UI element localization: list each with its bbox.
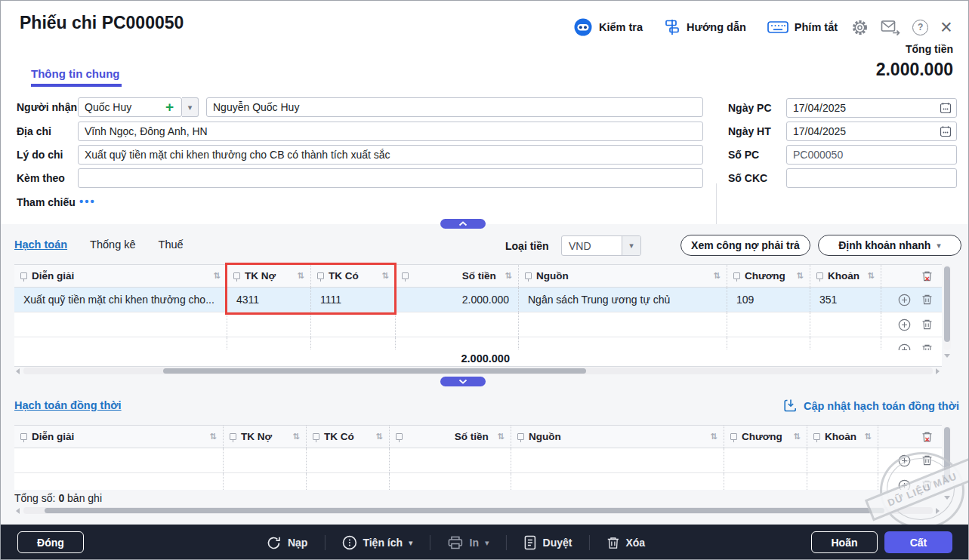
scrollbar-thumb[interactable]	[45, 508, 884, 513]
simultaneous-title-link[interactable]: Hạch toán đồng thời	[14, 399, 122, 411]
scroll-right-arrow[interactable]	[936, 368, 940, 374]
sort-icon[interactable]: ⇅	[505, 271, 512, 281]
print-button[interactable]: In ▾	[447, 535, 489, 550]
pin-icon[interactable]	[20, 272, 27, 279]
delete-all-rows-icon[interactable]: ×	[921, 270, 933, 282]
pin-icon[interactable]	[20, 433, 27, 440]
address-input[interactable]	[78, 122, 703, 141]
col-header-dien-giai[interactable]: Diễn giải⇅	[14, 265, 227, 287]
sort-icon[interactable]: ⇅	[797, 271, 804, 281]
calendar-icon[interactable]	[940, 102, 952, 117]
sort-icon[interactable]: ⇅	[711, 432, 717, 442]
add-row-icon[interactable]	[898, 294, 911, 306]
col-header-tk-co[interactable]: TK Có⇅	[311, 265, 396, 287]
vertical-scrollbar[interactable]	[943, 426, 951, 491]
pin-icon[interactable]	[230, 433, 236, 440]
col-header-so-tien[interactable]: Số tiền⇅	[396, 265, 519, 287]
reason-input[interactable]	[78, 145, 703, 165]
tab-thong-ke[interactable]: Thống kê	[90, 238, 135, 251]
delete-row-icon[interactable]	[921, 343, 933, 350]
vertical-scrollbar[interactable]	[943, 265, 951, 350]
delete-row-icon[interactable]	[921, 294, 933, 306]
settings-button[interactable]	[851, 19, 869, 36]
col-header-dien-giai[interactable]: Diễn giải⇅	[14, 426, 224, 448]
table-row[interactable]: Xuất quỹ tiền mặt chi khen thưởng cho...…	[14, 288, 942, 312]
send-mail-button[interactable]	[881, 19, 900, 35]
add-row-icon[interactable]	[898, 318, 911, 331]
cell-chuong[interactable]: 109	[727, 288, 810, 312]
currency-dropdown-button[interactable]: ▾	[622, 236, 640, 255]
pin-icon[interactable]	[730, 433, 737, 440]
cell-tk-co[interactable]: 1111	[311, 288, 396, 312]
sort-icon[interactable]: ⇅	[382, 271, 389, 281]
col-header-chuong[interactable]: Chương⇅	[724, 426, 807, 448]
col-header-tk-no[interactable]: TK Nợ⇅	[227, 265, 311, 287]
reload-button[interactable]: Nạp	[266, 535, 307, 551]
pin-icon[interactable]	[816, 272, 823, 279]
cell-so-tien[interactable]: 2.000.000	[396, 288, 519, 312]
scrollbar-thumb[interactable]	[944, 266, 950, 342]
delete-row-icon[interactable]	[921, 454, 933, 466]
delete-all-rows-icon[interactable]: ×	[921, 431, 933, 443]
pin-icon[interactable]	[396, 433, 403, 440]
scroll-down-arrow[interactable]	[944, 354, 950, 358]
col-header-khoan[interactable]: Khoản⇅	[810, 265, 881, 287]
pin-icon[interactable]	[517, 433, 524, 440]
delete-button[interactable]: Xóa	[606, 536, 645, 550]
sort-icon[interactable]: ⇅	[298, 271, 304, 281]
pin-icon[interactable]	[317, 272, 324, 279]
cell-dien-giai[interactable]: Xuất quỹ tiền mặt chi khen thưởng cho...	[14, 288, 227, 312]
col-header-so-tien[interactable]: Số tiền⇅	[390, 426, 511, 448]
close-button[interactable]: ×	[940, 20, 952, 35]
add-row-icon[interactable]	[898, 454, 911, 467]
help-button[interactable]: ?	[912, 20, 928, 35]
sort-icon[interactable]: ⇅	[376, 432, 383, 442]
calendar-icon[interactable]	[940, 125, 952, 140]
pin-icon[interactable]	[233, 272, 240, 279]
ckc-no-input[interactable]	[786, 168, 957, 188]
receiver-name-input[interactable]	[206, 97, 703, 117]
add-receiver-icon[interactable]: +	[165, 97, 174, 117]
col-header-khoan[interactable]: Khoản⇅	[807, 426, 878, 448]
postpone-button[interactable]: Hoãn	[811, 531, 878, 553]
table-row-empty[interactable]	[14, 312, 942, 337]
scroll-left-arrow[interactable]	[16, 508, 20, 514]
receiver-dropdown-button[interactable]: ▾	[182, 97, 199, 117]
scroll-left-arrow[interactable]	[16, 368, 20, 374]
delete-row-icon[interactable]	[921, 318, 933, 331]
reference-ellipsis-button[interactable]: •••	[79, 195, 96, 208]
table-row-empty[interactable]	[14, 448, 942, 473]
cell-khoan[interactable]: 351	[810, 288, 881, 312]
delete-row-icon[interactable]	[921, 479, 933, 490]
attachment-input[interactable]	[78, 168, 703, 188]
pin-icon[interactable]	[402, 272, 409, 279]
approve-button[interactable]: Duyệt	[523, 535, 572, 550]
scroll-right-arrow[interactable]	[936, 508, 940, 514]
pin-icon[interactable]	[733, 272, 740, 279]
tab-thue[interactable]: Thuế	[159, 238, 184, 251]
scroll-down-arrow[interactable]	[944, 496, 950, 500]
add-row-icon[interactable]	[898, 343, 911, 351]
currency-select[interactable]: VND ▾	[561, 235, 641, 256]
date-pc-input[interactable]	[786, 98, 957, 118]
col-header-tk-no[interactable]: TK Nợ⇅	[224, 426, 307, 448]
col-header-chuong[interactable]: Chương⇅	[727, 265, 810, 287]
quick-entry-button[interactable]: Định khoản nhanh ▾	[818, 235, 961, 256]
col-header-nguon[interactable]: Nguồn⇅	[519, 265, 727, 287]
cell-tk-no[interactable]: 4311	[227, 288, 311, 312]
utilities-button[interactable]: Tiện ích ▾	[341, 535, 412, 550]
col-header-tk-co[interactable]: TK Có⇅	[307, 426, 390, 448]
save-button[interactable]: Cất	[884, 531, 952, 553]
sort-icon[interactable]: ⇅	[865, 432, 872, 442]
pin-icon[interactable]	[525, 272, 532, 279]
collapse-table-button[interactable]	[440, 377, 486, 386]
guide-button[interactable]: Hướng dẫn	[664, 18, 746, 36]
voucher-no-input[interactable]	[786, 145, 957, 165]
tab-general-info[interactable]: Thông tin chung	[31, 67, 119, 80]
scrollbar-thumb[interactable]	[944, 427, 950, 483]
close-window-button[interactable]: Đóng	[17, 531, 84, 553]
date-ht-input[interactable]	[786, 122, 957, 141]
scrollbar-thumb[interactable]	[163, 368, 586, 374]
check-button[interactable]: Kiểm tra	[573, 17, 643, 37]
sort-icon[interactable]: ⇅	[714, 271, 721, 281]
